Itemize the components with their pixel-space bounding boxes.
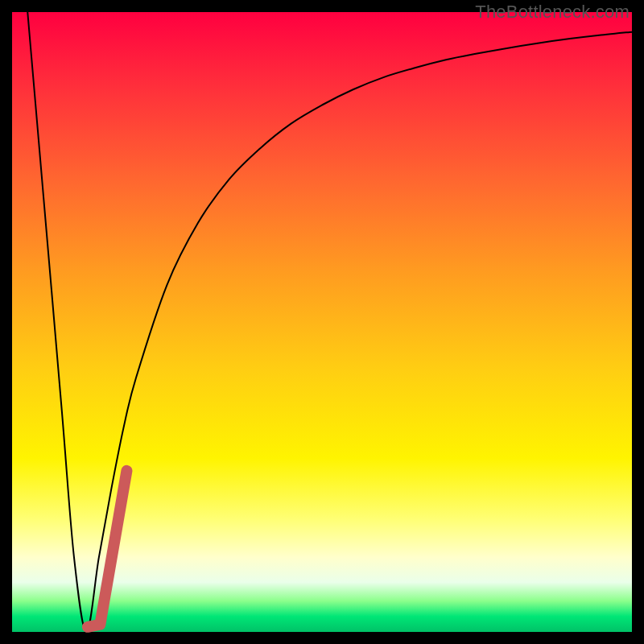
highlight-segment-line bbox=[88, 471, 127, 627]
chart-svg bbox=[12, 12, 632, 632]
